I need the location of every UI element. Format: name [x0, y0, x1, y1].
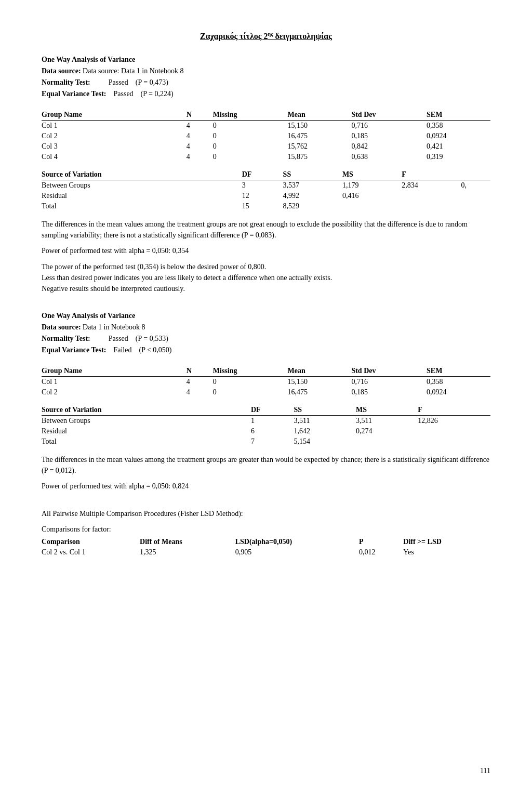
col-missing: Missing [213, 110, 288, 121]
section1-power-detail: The power of the performed test (0,354) … [42, 261, 490, 294]
table-row: Col 1 4 0 15,150 0,716 0,358 [42, 121, 490, 131]
table-row: Total 15 8,529 [42, 201, 490, 211]
col-n: N [187, 110, 213, 121]
section3-comparisons-label: Comparisons for factor: [42, 525, 490, 534]
table-row: Residual 12 4,992 0,416 [42, 191, 490, 201]
anova-col-ms: MS [342, 169, 402, 180]
table-row: Between Groups 3 3,537 1,179 2,834 0, [42, 180, 490, 191]
anova-col-f: F [402, 169, 461, 180]
table-row: Col 2 4 0 16,475 0,185 0,0924 [42, 131, 490, 141]
col-mean: Mean [287, 110, 351, 121]
page-number: 111 [480, 767, 490, 775]
section2-conclusion: The differences in the mean values among… [42, 454, 490, 476]
section2-normality: Normality Test: Passed (P = 0,533) [42, 335, 490, 343]
col-stddev: Std Dev [351, 110, 427, 121]
col-missing: Missing [213, 366, 288, 377]
comp-col-diff: Diff of Means [140, 537, 235, 547]
anova-col-ss: SS [294, 405, 355, 416]
section1-normality: Normality Test: Passed (P = 0,473) [42, 78, 490, 87]
section2-group-table: Group Name N Missing Mean Std Dev SEM Co… [42, 366, 490, 397]
anova-col-source: Source of Variation [42, 405, 251, 416]
table-row: Residual 6 1,642 0,274 [42, 426, 490, 436]
col-sem: SEM [427, 110, 490, 121]
table-row: Col 3 4 0 15,762 0,842 0,421 [42, 141, 490, 152]
section2: One Way Analysis of Variance Data source… [42, 312, 490, 490]
anova-col-df: DF [251, 405, 294, 416]
comp-col-comparison: Comparison [42, 537, 140, 547]
anova-col-source: Source of Variation [42, 169, 242, 180]
comparison-table: Comparison Diff of Means LSD(alpha=0,050… [42, 537, 490, 558]
anova-col-ms: MS [356, 405, 418, 416]
comp-col-diffgte: Diff >= LSD [403, 537, 490, 547]
section1: One Way Analysis of Variance Data source… [42, 56, 490, 294]
anova-col-ss: SS [283, 169, 342, 180]
section2-heading: One Way Analysis of Variance [42, 312, 490, 320]
section2-anova-table: Source of Variation DF SS MS F Between G… [42, 405, 490, 447]
section1-data-source: Data source: Data source: Data 1 in Note… [42, 67, 490, 75]
section2-power-line: Power of performed test with alpha = 0,0… [42, 482, 490, 490]
section1-equal-variance: Equal Variance Test: Passed (P = 0,224) [42, 90, 490, 98]
col-group-name: Group Name [42, 366, 187, 377]
col-group-name: Group Name [42, 110, 187, 121]
table-row: Col 1 4 0 15,150 0,716 0,358 [42, 377, 490, 388]
section1-conclusion: The differences in the mean values among… [42, 219, 490, 241]
anova-col-df: DF [242, 169, 283, 180]
section1-anova-table: Source of Variation DF SS MS F Between G… [42, 169, 490, 211]
table-row: Total 7 5,154 [42, 436, 490, 447]
col-stddev: Std Dev [351, 366, 427, 377]
col-mean: Mean [287, 366, 351, 377]
table-row: Col 4 4 0 15,875 0,638 0,319 [42, 152, 490, 162]
section3: All Pairwise Multiple Comparison Procedu… [42, 508, 490, 558]
page-title: Ζαχαρικός τίτλος 2ης δειγματοληψίας [42, 31, 490, 41]
section1-power-line: Power of performed test with alpha = 0,0… [42, 247, 490, 255]
section2-equal-variance: Equal Variance Test: Failed (P < 0,050) [42, 346, 490, 354]
col-sem: SEM [427, 366, 490, 377]
section3-heading: All Pairwise Multiple Comparison Procedu… [42, 508, 490, 519]
col-n: N [187, 366, 213, 377]
anova-col-f: F [418, 405, 490, 416]
table-row: Between Groups 1 3,511 3,511 12,826 [42, 416, 490, 427]
section1-heading: One Way Analysis of Variance [42, 56, 490, 64]
section2-data-source: Data source: Data 1 in Notebook 8 [42, 323, 490, 331]
section1-group-table: Group Name N Missing Mean Std Dev SEM Co… [42, 110, 490, 162]
comp-col-p: P [359, 537, 403, 547]
table-row: Col 2 vs. Col 1 1,325 0,905 0,012 Yes [42, 547, 490, 558]
anova-col-extra [461, 169, 490, 180]
table-row: Col 2 4 0 16,475 0,185 0,0924 [42, 387, 490, 397]
comp-col-lsd: LSD(alpha=0,050) [235, 537, 359, 547]
